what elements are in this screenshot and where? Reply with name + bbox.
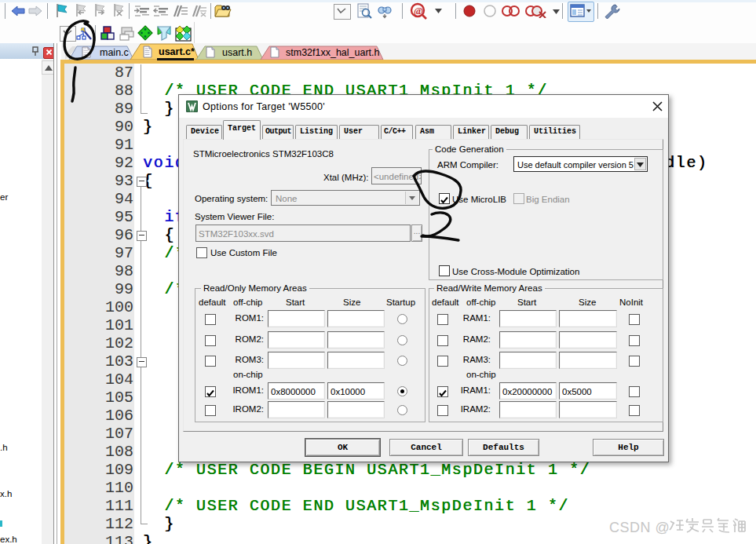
svg-text:@: @ bbox=[414, 5, 423, 16]
